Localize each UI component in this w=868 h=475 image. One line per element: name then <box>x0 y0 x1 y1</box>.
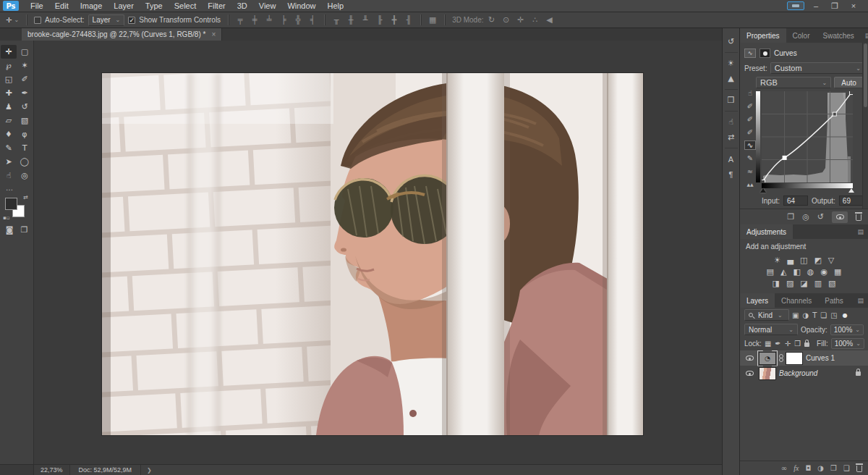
channel-dropdown[interactable]: RGB ⌄ <box>756 77 831 88</box>
invert-icon[interactable]: ◨ <box>772 279 779 288</box>
paragraph-panel-icon[interactable]: ¶ <box>723 167 740 182</box>
eraser-tool[interactable]: ▱ <box>1 114 17 127</box>
menu-window[interactable]: Window <box>281 0 321 12</box>
healing-brush-tool[interactable]: ✚ <box>1 86 17 100</box>
previous-state-icon[interactable]: ◎ <box>802 212 809 222</box>
filter-type-layers-icon[interactable]: T <box>812 311 817 319</box>
tab-channels[interactable]: Channels <box>775 293 818 308</box>
character-panel-icon[interactable]: A <box>723 151 740 167</box>
tab-properties[interactable]: Properties <box>740 28 786 43</box>
black-point-eyedropper-icon[interactable]: ✐ <box>744 101 756 111</box>
show-transform-checkbox[interactable]: ✓ <box>128 17 135 24</box>
document-tab[interactable]: brooke-cagle-274483.jpg @ 22,7% (Curves … <box>22 28 222 41</box>
pen-tool[interactable]: ✎ <box>1 141 17 155</box>
output-value-field[interactable]: 69 <box>839 196 864 206</box>
auto-select-target-dropdown[interactable]: Layer ⌄ <box>88 14 125 26</box>
tab-paths[interactable]: Paths <box>818 293 850 308</box>
menu-type[interactable]: Type <box>140 0 169 12</box>
filter-pixel-layers-icon[interactable]: ▣ <box>792 311 799 319</box>
menu-help[interactable]: Help <box>322 0 350 12</box>
shadow-slider[interactable] <box>760 188 766 193</box>
new-layer-icon[interactable]: ❑ <box>843 464 850 472</box>
canvas-pasteboard[interactable]: ✛ ▢ ℘ ✶ ◱ ✐ ✚ ✒ ♟ ↺ ▱ ▧ ♦ φ ✎ <box>0 41 722 464</box>
lock-image-pixels-icon[interactable]: ✒ <box>775 340 780 348</box>
history-brush-tool[interactable]: ↺ <box>17 100 33 114</box>
minimize-button[interactable]: – <box>809 1 823 10</box>
delete-adjustment-icon[interactable] <box>856 214 861 221</box>
posterize-icon[interactable]: ▨ <box>786 279 793 288</box>
align-bottom-edges-icon[interactable]: ╧ <box>265 15 273 25</box>
3d-roll-icon[interactable]: ⊙ <box>501 15 510 25</box>
3d-drag-icon[interactable]: ✛ <box>516 15 524 25</box>
targeted-adjustment-icon[interactable]: ☝ <box>744 88 756 98</box>
distribute-horizontal-centers-icon[interactable]: ╋ <box>390 15 399 25</box>
menu-select[interactable]: Select <box>169 0 203 12</box>
layer-row-background[interactable]: Background <box>740 366 868 381</box>
menu-edit[interactable]: Edit <box>49 0 75 12</box>
filter-shape-layers-icon[interactable]: ❏ <box>820 311 827 319</box>
3d-slide-icon[interactable]: ∴ <box>530 15 539 25</box>
exposure-icon[interactable]: ◩ <box>814 256 821 265</box>
active-tool-preset[interactable]: ✛ ⌄ <box>6 16 19 24</box>
shape-tool[interactable]: ◯ <box>17 155 33 169</box>
layer-visibility-icon[interactable] <box>746 356 754 361</box>
curves-icon[interactable]: ◫ <box>800 256 807 265</box>
highlight-slider[interactable] <box>848 188 854 193</box>
adjustments-panel-icon[interactable]: ☀ <box>723 56 740 71</box>
magic-wand-tool[interactable]: ✶ <box>17 59 33 72</box>
channel-mixer-icon[interactable]: ◉ <box>820 267 827 277</box>
menu-file[interactable]: File <box>25 0 49 12</box>
screen-mode-icon[interactable]: ❐ <box>20 225 27 235</box>
menu-image[interactable]: Image <box>75 0 109 12</box>
distribute-top-icon[interactable]: ╥ <box>332 15 341 25</box>
move-tool[interactable]: ✛ <box>1 45 17 59</box>
vibrance-icon[interactable]: ▽ <box>828 256 834 265</box>
blend-mode-dropdown[interactable]: Normal ⌄ <box>744 324 798 335</box>
selective-color-icon[interactable]: ▧ <box>828 279 835 288</box>
menu-view[interactable]: View <box>253 0 282 12</box>
adjustment-layer-thumbnail[interactable]: ◔ <box>760 353 775 364</box>
distribute-vertical-centers-icon[interactable]: ╫ <box>346 15 355 25</box>
filter-kind-dropdown[interactable]: Kind ⌄ <box>744 309 789 321</box>
layer-name[interactable]: Curves 1 <box>806 354 835 362</box>
lasso-tool[interactable]: ℘ <box>1 59 17 72</box>
tab-adjustments[interactable]: Adjustments <box>740 224 793 239</box>
align-top-edges-icon[interactable]: ╤ <box>236 15 244 25</box>
menu-layer[interactable]: Layer <box>108 0 140 12</box>
draw-curve-icon[interactable]: ✎ <box>744 154 756 163</box>
window-layout-button[interactable] <box>787 1 804 10</box>
dodge-tool[interactable]: φ <box>17 127 33 141</box>
eyedropper-tool[interactable]: ✐ <box>17 72 33 86</box>
lock-position-icon[interactable]: ✛ <box>785 340 791 348</box>
add-layer-mask-icon[interactable]: ◘ <box>805 464 811 472</box>
photoshop-logo[interactable]: Ps <box>3 1 19 11</box>
lock-transparent-pixels-icon[interactable]: ▦ <box>765 340 771 348</box>
smooth-curve-icon[interactable]: ≈ <box>744 167 756 176</box>
levels-icon[interactable]: ▄ <box>788 256 793 265</box>
type-tool[interactable]: T <box>17 141 33 155</box>
align-left-edges-icon[interactable]: ╞ <box>279 15 288 25</box>
menu-3d[interactable]: 3D <box>231 0 253 12</box>
gradient-tool[interactable]: ▧ <box>17 114 33 127</box>
3d-rotate-icon[interactable]: ↻ <box>487 15 495 25</box>
input-value-field[interactable]: 64 <box>783 196 808 206</box>
blur-tool[interactable]: ♦ <box>1 127 17 141</box>
path-selection-tool[interactable]: ➤ <box>1 155 17 169</box>
properties-scrollbar[interactable] <box>862 43 868 209</box>
black-white-icon[interactable]: ◧ <box>793 267 800 277</box>
hue-saturation-icon[interactable]: ▤ <box>767 267 774 277</box>
lock-all-icon[interactable] <box>804 342 809 347</box>
panel-menu-icon[interactable]: ▤ <box>853 224 868 239</box>
opacity-field[interactable]: 100% ⌄ <box>830 324 864 335</box>
tool-presets-panel-icon[interactable]: ⇄ <box>723 130 740 145</box>
crop-tool[interactable]: ◱ <box>1 72 17 86</box>
clip-to-layer-icon[interactable]: ❐ <box>787 212 794 222</box>
marquee-tool[interactable]: ▢ <box>17 45 33 59</box>
preset-dropdown[interactable]: Custom ⌄ <box>770 62 865 74</box>
hand-tool[interactable]: ☝ <box>1 169 17 182</box>
distribute-right-icon[interactable]: ╢ <box>404 15 413 25</box>
gray-point-eyedropper-icon[interactable]: ✐ <box>744 114 756 124</box>
curves-grid[interactable] <box>762 91 853 182</box>
align-horizontal-centers-icon[interactable]: ╬ <box>294 15 302 25</box>
toggle-visibility-button[interactable] <box>832 211 848 223</box>
